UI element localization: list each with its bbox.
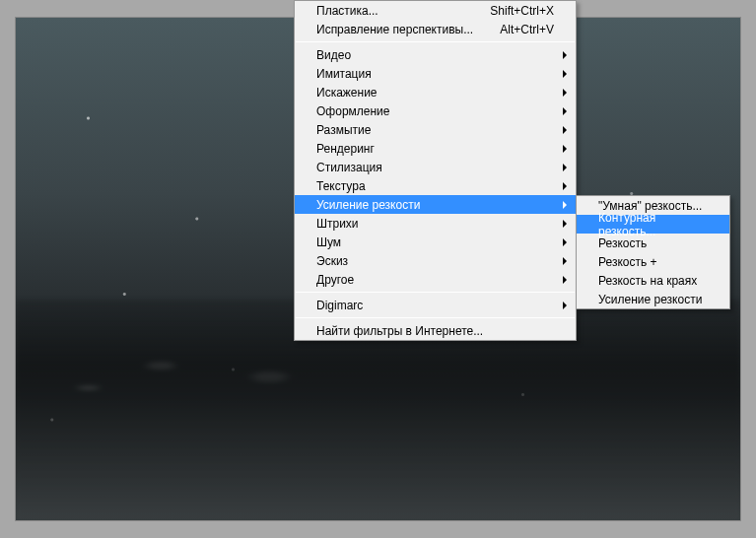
menu-item-label: Имитация — [316, 67, 372, 81]
sharpen-submenu: "Умная" резкость... Контурная резкость..… — [576, 195, 730, 309]
menu-item-label: Штрихи — [316, 217, 359, 231]
menu-item-label: Эскиз — [316, 254, 348, 268]
menu-item-blur[interactable]: Размытие — [295, 120, 576, 139]
menu-item-plastika[interactable]: Пластика... Shift+Ctrl+X — [295, 1, 576, 20]
submenu-item-sharpen-more[interactable]: Резкость + — [577, 252, 729, 271]
menu-item-digimarc[interactable]: Digimarc — [295, 296, 576, 314]
menu-item-noise[interactable]: Шум — [295, 233, 576, 251]
menu-item-label: Шум — [316, 235, 341, 249]
menu-item-sketch[interactable]: Эскиз — [295, 251, 576, 270]
menu-item-label: Усиление резкости — [598, 293, 702, 306]
submenu-item-sharpen[interactable]: Резкость — [577, 234, 729, 252]
menu-item-video[interactable]: Видео — [295, 45, 576, 64]
menu-item-shortcut: Alt+Ctrl+V — [484, 23, 554, 36]
menu-item-label: Пластика... — [316, 4, 378, 18]
menu-item-texture[interactable]: Текстура — [295, 176, 576, 195]
menu-item-label: Найти фильтры в Интернете... — [316, 324, 483, 338]
submenu-item-sharpen-enhance[interactable]: Усиление резкости — [577, 290, 729, 308]
menu-item-label: Размытие — [316, 123, 371, 137]
menu-item-label: Видео — [316, 48, 351, 62]
menu-item-label: Оформление — [316, 104, 389, 118]
menu-separator — [296, 41, 575, 42]
menu-item-perspective[interactable]: Исправление перспективы... Alt+Ctrl+V — [295, 20, 576, 38]
menu-item-pixelate[interactable]: Оформление — [295, 101, 576, 120]
menu-item-label: Другое — [316, 273, 354, 287]
menu-item-stylize[interactable]: Стилизация — [295, 158, 576, 176]
menu-item-label: Digimarc — [316, 299, 363, 312]
menu-item-distort[interactable]: Искажение — [295, 83, 576, 101]
menu-item-browse-filters[interactable]: Найти фильтры в Интернете... — [295, 321, 576, 340]
menu-item-label: Рендеринг — [316, 142, 375, 156]
menu-separator — [296, 292, 575, 293]
menu-item-label: Резкость на краях — [598, 274, 697, 288]
menu-item-sharpen[interactable]: Усиление резкости — [295, 195, 576, 214]
menu-item-shortcut: Shift+Ctrl+X — [474, 4, 554, 18]
submenu-item-sharpen-edges[interactable]: Резкость на краях — [577, 271, 729, 290]
menu-item-artistic[interactable]: Имитация — [295, 64, 576, 83]
menu-item-label: Стилизация — [316, 161, 382, 174]
menu-item-label: Усиление резкости — [316, 198, 420, 212]
menu-item-render[interactable]: Рендеринг — [295, 139, 576, 158]
menu-item-other[interactable]: Другое — [295, 270, 576, 289]
menu-item-label: Текстура — [316, 179, 366, 193]
menu-item-label: Резкость + — [598, 255, 657, 269]
submenu-item-unsharp-mask[interactable]: Контурная резкость... — [577, 215, 729, 234]
menu-item-strokes[interactable]: Штрихи — [295, 214, 576, 233]
menu-item-label: Исправление перспективы... — [316, 23, 473, 36]
menu-separator — [296, 317, 575, 318]
menu-item-label: Резкость — [598, 236, 647, 250]
menu-item-label: Искажение — [316, 86, 378, 100]
filter-menu: Пластика... Shift+Ctrl+X Исправление пер… — [294, 0, 577, 341]
